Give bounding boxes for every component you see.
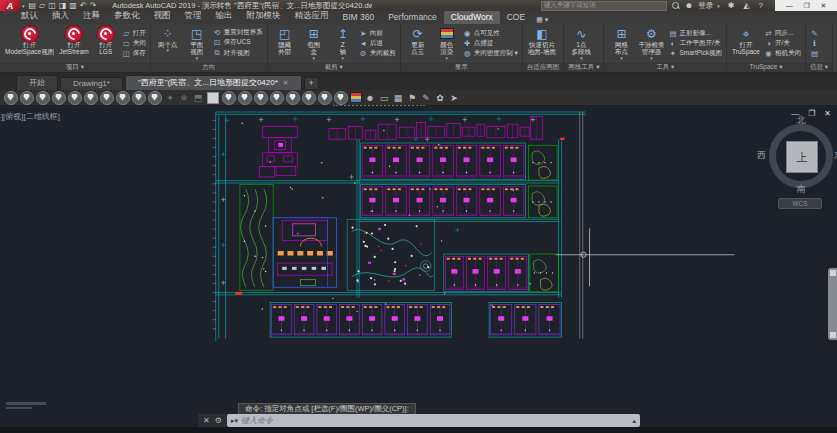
ribbon-tab-默认[interactable]: 默认 [14,9,45,24]
tab-close-icon[interactable]: ✕ [283,79,289,87]
ribbon-button[interactable]: ⚙干涉检查 管理器▾ [636,25,666,61]
ribbon-button[interactable]: ◳平面 视图▾ [183,25,211,61]
file-tab[interactable]: Drawing1* [60,77,123,90]
cloudworx-shield-button[interactable] [132,91,146,105]
ribbon-small-button[interactable]: ✦SmartPick视图 [668,49,722,58]
cloudworx-shield-button[interactable] [116,91,130,105]
help-icon[interactable]: ? [759,1,763,10]
panel-label[interactable]: 信息 ▾ [806,61,832,72]
ribbon-small-button[interactable]: ➤向前 [359,29,396,38]
ribbon-button[interactable]: 打开 LGS [92,25,120,61]
wcs-dropdown[interactable]: WCS [778,198,822,209]
ribbon-small-button[interactable]: ▤ [810,49,819,58]
viewcube-south-label[interactable]: 南 [763,183,837,196]
export-button[interactable]: ➤ [448,91,460,104]
ribbon-small-button[interactable]: ✚点捕捉 [463,39,518,48]
ribbon-small-button[interactable]: ▤正射影像... [668,29,722,38]
ribbon-small-button[interactable]: ⇄同步... [764,29,801,38]
ribbon-small-button[interactable]: ◐工作平面开/关 [668,39,722,48]
cloudworx-shield-button[interactable] [100,91,114,105]
cloudworx-shield-button[interactable] [20,91,34,105]
cube-faded-button[interactable]: ⬒ [192,91,204,104]
command-field[interactable]: ▸▾ ▴ [227,414,640,427]
panel-label[interactable]: 显示 [401,61,522,72]
ribbon-small-button[interactable]: ⟲重置到世界系 [213,28,263,37]
viewcube-west-label[interactable]: 西 [757,149,766,162]
file-tab[interactable]: 开始 [16,75,58,90]
ribbon-tab-bim-360[interactable]: BIM 360 [336,11,382,24]
new-tab-button[interactable]: + [304,77,319,90]
ribbon-button[interactable]: 颜色 渲染▾ [433,25,461,61]
viewcube[interactable]: 上 北 南 西 东 [763,118,837,194]
command-customize-icon[interactable]: ⚙ [215,416,222,425]
viewport-controls-label[interactable]: [-][俯视][二维线框] [0,111,60,122]
ribbon-button[interactable]: ↥Z 轴▾ [329,25,357,61]
cloudworx-shield-button[interactable] [238,91,252,105]
search-input[interactable]: 键入关键字或短语 [541,1,667,11]
ribbon-button[interactable]: 打开 JetStream [57,25,91,61]
command-prompt-icon[interactable]: ▸▾ [231,417,238,425]
ribbon-small-button[interactable]: ⧉对齐视图 [213,48,263,58]
snowflake-button[interactable]: ❄ [178,91,190,104]
ribbon-small-button[interactable]: ◄后退 [359,39,396,48]
panel-label[interactable]: 画线工具 ▾ [564,61,603,72]
cloudworx-shield-button[interactable] [222,91,236,105]
panel-label[interactable]: TruSpace ▾ [727,61,805,72]
ribbon-button[interactable]: ⟳更新 点云 [404,25,432,61]
ribbon-small-button[interactable]: ▱打开 [122,29,146,38]
ribbon-tab-输出[interactable]: 输出 [209,9,240,24]
ribbon-tab-注释[interactable]: 注释 [76,9,107,24]
app-menu-arrow-icon[interactable]: ▾ [22,3,25,9]
restore-button[interactable]: ❐ [803,2,809,10]
cloudworx-shield-button[interactable] [52,91,66,105]
cloudworx-shield-button[interactable] [302,91,316,105]
ribbon-button[interactable]: ⁘两个点▾ [154,25,182,61]
ribbon-tab-coe[interactable]: COE [500,11,532,24]
ribbon-tab-performance[interactable]: Performance [381,11,444,24]
cloudworx-shield-button[interactable] [254,91,268,105]
sparkle-button[interactable]: ✦ [164,91,176,104]
viewcube-north-label[interactable]: 北 [763,114,837,127]
ribbon-tab-插入[interactable]: 插入 [45,9,76,24]
command-close-icon[interactable]: ✕ [203,416,210,425]
ribbon-button[interactable]: ∿1点 多段线▾ [567,25,595,61]
cloudworx-shield-button[interactable] [68,91,82,105]
connect-icon[interactable]: ◭ [743,1,749,10]
cloudworx-shield-button[interactable] [84,91,98,105]
ribbon-small-button[interactable]: ◉相机关闭 [764,49,801,58]
cloudworx-shield-button[interactable] [148,91,162,105]
cloudworx-shield-button[interactable] [270,91,284,105]
ribbon-tab-精选应用[interactable]: 精选应用 [288,9,336,24]
ribbon-button[interactable]: ⊞包围 盒▾ [300,25,328,61]
ribbon-tab-管理[interactable]: 管理 [178,9,209,24]
ribbon-tab-附加模块[interactable]: 附加模块 [240,9,288,24]
ribbon-small-button[interactable]: ◍关闭密度控制 ▾ [463,49,518,58]
command-expand-icon[interactable]: ▴ [632,417,636,425]
ribbon-tab-视图[interactable]: 视图 [147,9,178,24]
navigation-bar-fragment[interactable] [828,268,837,340]
ribbon-small-button[interactable]: ⊘关闭裁剪 [359,49,396,58]
cloudworx-shield-button[interactable] [318,91,332,105]
flower-button[interactable]: ✿ [434,91,446,104]
ribbon-button[interactable]: ◧快速切片 地面-墙面 [526,25,558,61]
ribbon-small-button[interactable]: ▭关闭 [122,39,146,48]
minimize-button[interactable]: — [786,2,793,9]
cloudworx-shield-button[interactable] [4,91,18,105]
sign-in-button[interactable]: ☻ 登录 ▾ [682,1,722,11]
file-tab[interactable]: "西府里"(民宿、文...日地形图提交0420*✕ [125,75,302,90]
ribbon-small-button[interactable]: ◉点可见性 [463,29,518,38]
ribbon-button[interactable]: ◰隐藏 外部 [271,25,299,61]
panel-label[interactable]: 项目 ▾ [0,61,150,72]
ribbon-small-button[interactable]: ✎ [810,29,819,38]
ribbon-button[interactable]: ⊞网格 布点▾ [607,25,635,61]
store-cart-icon[interactable]: ✱ [728,1,735,10]
close-button[interactable]: ✕ [820,2,826,10]
cloudworx-shield-button[interactable] [36,91,50,105]
panel-label[interactable]: 自适应画图 [523,61,564,72]
ribbon-tab-参数化[interactable]: 参数化 [107,9,147,24]
search-icon[interactable] [672,2,679,9]
panel-label[interactable]: 方向 [151,61,267,72]
viewcube-top-face[interactable]: 上 [786,141,818,173]
blank-swatch-icon[interactable] [207,92,219,104]
ribbon-tab-cloudworx[interactable]: CloudWorx [444,11,500,24]
